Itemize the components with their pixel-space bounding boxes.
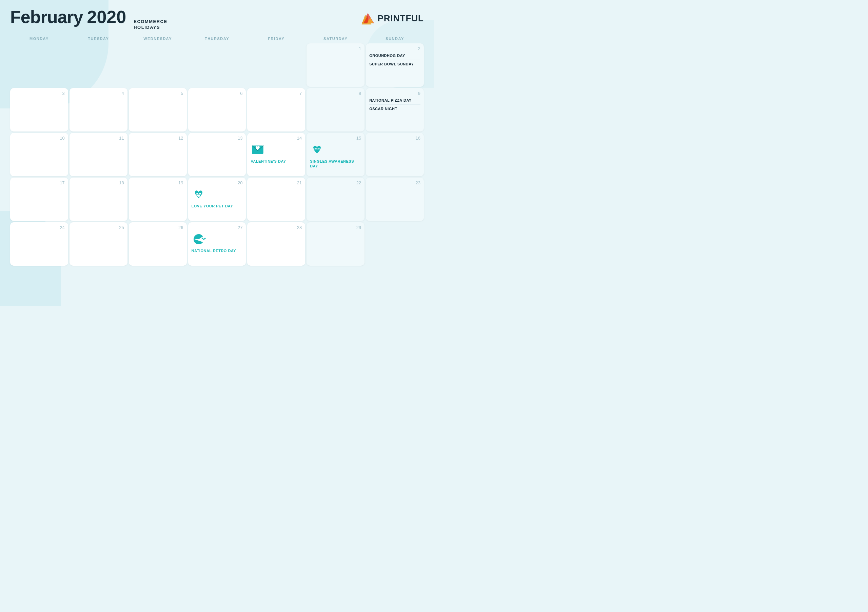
date-29: 29 [310, 225, 361, 230]
pet-icon [192, 187, 206, 202]
date-24: 24 [14, 225, 65, 230]
cell-14: 14 VALENTINE'S DAY [247, 133, 305, 176]
date-14: 14 [251, 136, 302, 141]
cell-empty-2 [70, 43, 127, 87]
calendar: MONDAY TUESDAY WEDNESDAY THURSDAY FRIDAY… [10, 35, 424, 266]
cell-29: 29 [307, 222, 364, 266]
date-12: 12 [132, 136, 183, 141]
holidays-15: SINGLE SINGLES AWARENESS DAY [310, 143, 361, 169]
cell-21: 21 [247, 178, 305, 221]
svg-point-15 [204, 238, 206, 239]
calendar-header: February 2020 ECOMMERCE HOLIDAYS PRINTFU… [10, 7, 424, 31]
cell-6: 6 [188, 88, 246, 131]
svg-point-8 [196, 193, 198, 195]
cell-5: 5 [129, 88, 187, 131]
cell-empty-4 [188, 43, 246, 87]
cell-empty-end [366, 222, 424, 266]
subtitle: ECOMMERCE HOLIDAYS [133, 19, 167, 31]
date-26: 26 [132, 225, 183, 230]
date-22: 22 [310, 180, 361, 185]
subtitle-line1: ECOMMERCE [133, 19, 167, 25]
svg-point-9 [199, 193, 201, 195]
subtitle-line2: HOLIDAYS [133, 25, 167, 31]
svg-text:SINGLE: SINGLE [313, 148, 321, 150]
cell-4: 4 [70, 88, 127, 131]
date-5: 5 [132, 91, 183, 96]
cell-27: 27 NATIONAL RETRO DAY [188, 222, 246, 266]
cell-19: 19 [129, 178, 187, 221]
cell-7: 7 [247, 88, 305, 131]
holiday-pizza: NATIONAL PIZZA DAY [369, 98, 420, 103]
date-6: 6 [192, 91, 243, 96]
month-title: February [10, 7, 83, 27]
cell-sat-1: 1 [307, 43, 364, 87]
cell-22: 22 [307, 178, 364, 221]
calendar-grid: 1 2 GROUNDHOG DAY SUPER BOWL SUNDAY 3 4 … [10, 43, 424, 266]
date-15: 15 [310, 136, 361, 141]
day-headers-row: MONDAY TUESDAY WEDNESDAY THURSDAY FRIDAY… [10, 35, 424, 42]
svg-point-11 [200, 195, 202, 196]
cell-16: 16 [366, 133, 424, 176]
date-7: 7 [251, 91, 302, 96]
holiday-singles: SINGLES AWARENESS DAY [310, 159, 361, 169]
logo: PRINTFUL [361, 12, 424, 25]
holidays-27: NATIONAL RETRO DAY [192, 232, 243, 253]
holiday-retro: NATIONAL RETRO DAY [192, 249, 243, 253]
date-3: 3 [14, 91, 65, 96]
date-2: 2 [369, 46, 420, 51]
cell-10: 10 [10, 133, 68, 176]
cell-26: 26 [129, 222, 187, 266]
header-saturday: SATURDAY [307, 35, 364, 42]
cell-3: 3 [10, 88, 68, 131]
date-11: 11 [73, 136, 124, 141]
holiday-oscar: OSCAR NIGHT [369, 107, 420, 111]
cell-23: 23 [366, 178, 424, 221]
header-sunday: SUNDAY [366, 35, 424, 42]
date-19: 19 [132, 180, 183, 185]
date-4: 4 [73, 91, 124, 96]
cell-11: 11 [70, 133, 127, 176]
holiday-pet: LOVE YOUR PET DAY [192, 204, 243, 209]
svg-point-10 [195, 195, 196, 196]
cell-24: 24 [10, 222, 68, 266]
holiday-groundhog: GROUNDHOG DAY [369, 53, 420, 58]
date-17: 17 [14, 180, 65, 185]
header-friday: FRIDAY [247, 35, 305, 42]
date-8: 8 [310, 91, 361, 96]
valentine-icon [251, 143, 265, 157]
cell-20: 20 LOVE YOUR PET DAY [188, 178, 246, 221]
date-25: 25 [73, 225, 124, 230]
date-18: 18 [73, 180, 124, 185]
date-16: 16 [369, 136, 420, 141]
date-20: 20 [192, 180, 243, 185]
year-title: 2020 [87, 7, 127, 27]
header-tuesday: TUESDAY [70, 35, 127, 42]
cell-empty-3 [129, 43, 187, 87]
holidays-14: VALENTINE'S DAY [251, 143, 302, 164]
logo-text: PRINTFUL [377, 13, 424, 24]
svg-point-13 [202, 238, 203, 239]
date-21: 21 [251, 180, 302, 185]
title-section: February 2020 ECOMMERCE HOLIDAYS [10, 7, 167, 31]
holidays-2: GROUNDHOG DAY SUPER BOWL SUNDAY [369, 53, 420, 67]
date-1: 1 [310, 46, 361, 51]
holidays-20: LOVE YOUR PET DAY [192, 187, 243, 209]
holiday-superbowl: SUPER BOWL SUNDAY [369, 62, 420, 66]
cell-25: 25 [70, 222, 127, 266]
cell-empty-1 [10, 43, 68, 87]
cell-17: 17 [10, 178, 68, 221]
singles-icon: SINGLE [310, 143, 324, 157]
cell-12: 12 [129, 133, 187, 176]
cell-15: 15 SINGLE SINGLES AWARENESS DAY [307, 133, 364, 176]
cell-18: 18 [70, 178, 127, 221]
header-thursday: THURSDAY [188, 35, 246, 42]
printful-logo-icon [361, 12, 375, 25]
cell-8: 8 [307, 88, 364, 131]
date-27: 27 [192, 225, 243, 230]
svg-point-14 [203, 238, 205, 240]
date-23: 23 [369, 180, 420, 185]
cell-9: 9 NATIONAL PIZZA DAY OSCAR NIGHT [366, 88, 424, 131]
svg-point-12 [197, 195, 200, 197]
cell-13: 13 [188, 133, 246, 176]
header-wednesday: WEDNESDAY [129, 35, 187, 42]
